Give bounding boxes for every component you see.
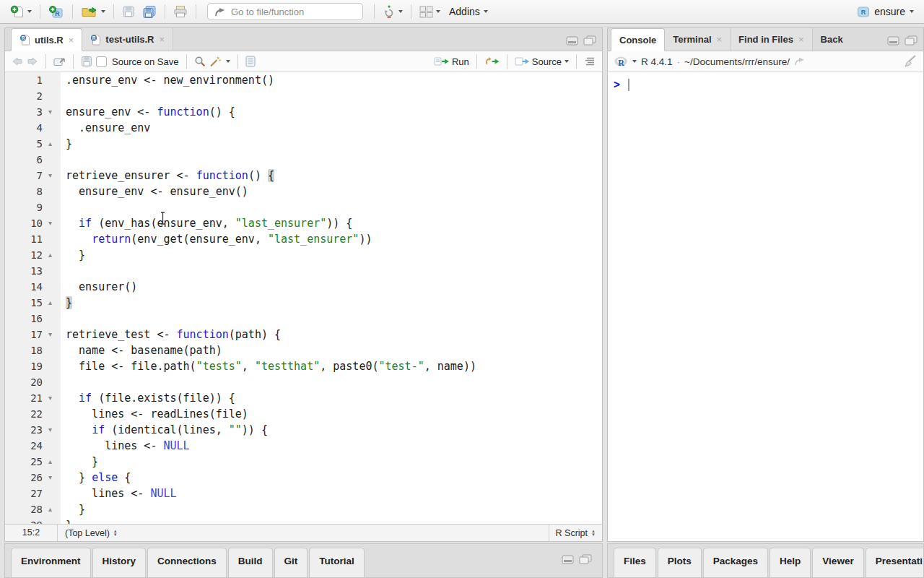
document-outline-icon[interactable] (584, 56, 596, 66)
code-line[interactable]: 11 return(env_get(ensure_env, "last_ensu… (5, 231, 602, 247)
r-logo-icon[interactable]: R (614, 56, 628, 68)
chevron-down-icon[interactable] (226, 60, 230, 63)
project-menu[interactable]: R ensure (854, 4, 917, 20)
console-output[interactable]: > (608, 72, 923, 98)
close-icon[interactable]: × (798, 34, 804, 45)
source-on-save-checkbox[interactable] (96, 56, 107, 67)
code-line[interactable]: 26▾ } else { (5, 470, 602, 486)
maximize-icon[interactable] (583, 35, 596, 46)
save-all-button[interactable] (139, 4, 160, 20)
fold-open-icon[interactable]: ▾ (46, 422, 61, 438)
code-line[interactable]: 10▾ if (env_has(ensure_env, "last_ensure… (5, 215, 602, 231)
tab-Help[interactable]: Help (770, 548, 811, 578)
pane-layout-button[interactable] (417, 4, 443, 20)
code-line[interactable]: 27 lines <- NULL (5, 486, 602, 501)
code-line[interactable]: 15▴} (5, 295, 602, 311)
new-project-button[interactable]: R (45, 4, 67, 20)
tab-Connections[interactable]: Connections (147, 548, 227, 578)
code-line[interactable]: 22 lines <- readLines(file) (5, 406, 602, 422)
addins-menu[interactable]: Addins (445, 4, 492, 19)
fold-open-icon[interactable]: ▾ (46, 215, 61, 231)
tab-utils.R[interactable]: Rutils.R× (11, 28, 82, 51)
code-line[interactable]: 3▾ensure_env <- function() { (5, 104, 602, 120)
code-line[interactable]: 7▾retrieve_ensurer <- function() { (5, 168, 602, 184)
code-line[interactable]: 18 name <- basename(path) (5, 342, 602, 358)
code-line[interactable]: 12▴ } (5, 247, 602, 263)
code-line[interactable]: 17▾retrieve_test <- function(path) { (5, 327, 602, 342)
save-button[interactable] (119, 4, 138, 20)
code-line[interactable]: 9 (5, 199, 602, 215)
open-file-button[interactable] (78, 4, 108, 20)
working-directory[interactable]: ~/Documents/rrr/ensure/ (684, 56, 790, 67)
rerun-button[interactable] (484, 56, 500, 66)
clear-console-broom-icon[interactable] (903, 55, 918, 68)
jump-to-directory-icon[interactable] (794, 57, 806, 66)
tab-Files[interactable]: Files (614, 548, 656, 578)
minimize-icon[interactable] (566, 36, 578, 46)
code-line[interactable]: 19 file <- file.path("tests", "testthat"… (5, 358, 602, 374)
tab-Environment[interactable]: Environment (11, 548, 91, 578)
new-file-button[interactable] (7, 4, 35, 20)
minimize-icon[interactable] (562, 555, 574, 564)
code-line[interactable]: 8 ensure_env <- ensure_env() (5, 184, 602, 199)
code-line[interactable]: 16 (5, 311, 602, 327)
tab-Build[interactable]: Build (228, 548, 273, 578)
tab-Tutorial[interactable]: Tutorial (309, 548, 365, 578)
close-icon[interactable]: × (160, 34, 165, 45)
back-icon[interactable] (12, 56, 23, 66)
fold-close-icon[interactable]: ▴ (46, 295, 61, 311)
tab-Back[interactable]: Back (813, 28, 851, 51)
tab-test-utils.R[interactable]: Rtest-utils.R× (82, 28, 173, 51)
code-line[interactable]: 23▾ if (identical(lines, "")) { (5, 422, 602, 438)
tab-Find in Files[interactable]: Find in Files× (731, 28, 812, 51)
run-button[interactable]: Run (434, 56, 469, 67)
fold-open-icon[interactable]: ▾ (46, 327, 61, 342)
file-type-selector[interactable]: R Script ▲▼ (549, 525, 602, 541)
fold-close-icon[interactable]: ▴ (46, 501, 61, 517)
code-tools-wand-icon[interactable] (209, 56, 222, 67)
code-line[interactable]: 1.ensure_env <- new_environment() (5, 72, 602, 88)
tab-Plots[interactable]: Plots (658, 548, 702, 578)
maximize-icon[interactable] (905, 35, 918, 46)
scope-selector[interactable]: (Top Level) ▲▼ (58, 528, 549, 538)
open-in-window-icon[interactable] (53, 56, 66, 66)
fold-open-icon[interactable]: ▾ (46, 390, 61, 406)
code-line[interactable]: 24 lines <- NULL (5, 438, 602, 454)
code-line[interactable]: 14 ensurer() (5, 279, 602, 295)
code-editor[interactable]: 1.ensure_env <- new_environment()23▾ensu… (5, 72, 602, 525)
search-icon[interactable] (194, 56, 206, 67)
code-line[interactable]: 28▴ } (5, 501, 602, 517)
tab-Git[interactable]: Git (274, 548, 308, 578)
code-line[interactable]: 2 (5, 88, 602, 104)
code-line[interactable]: 6 (5, 152, 602, 168)
tab-Terminal[interactable]: Terminal× (665, 28, 731, 51)
tab-Presentati[interactable]: Presentati (866, 548, 924, 578)
version-control-button[interactable] (380, 3, 406, 20)
tab-Packages[interactable]: Packages (703, 548, 768, 578)
code-line[interactable]: 20 (5, 374, 602, 390)
minimize-icon[interactable] (887, 36, 899, 46)
fold-close-icon[interactable]: ▴ (46, 454, 61, 470)
code-line[interactable]: 4 .ensure_env (5, 120, 602, 136)
tab-Viewer[interactable]: Viewer (812, 548, 863, 578)
source-button[interactable]: Source (515, 56, 569, 67)
code-line[interactable]: 5▴} (5, 136, 602, 152)
close-icon[interactable]: × (717, 34, 723, 45)
fold-close-icon[interactable]: ▴ (46, 247, 61, 263)
goto-file-input[interactable]: Go to file/function (207, 3, 363, 20)
tab-History[interactable]: History (92, 548, 147, 578)
code-line[interactable]: 13 (5, 263, 602, 279)
fold-open-icon[interactable]: ▾ (46, 168, 61, 184)
close-icon[interactable]: × (69, 35, 74, 46)
save-icon[interactable] (81, 56, 92, 67)
compile-report-icon[interactable] (245, 56, 256, 67)
code-line[interactable]: 25▴ } (5, 454, 602, 470)
fold-open-icon[interactable]: ▾ (46, 104, 61, 120)
fold-open-icon[interactable]: ▾ (46, 470, 61, 486)
maximize-icon[interactable] (579, 554, 592, 564)
tab-Console[interactable]: Console (611, 28, 665, 51)
chevron-down-icon[interactable] (632, 60, 637, 63)
print-button[interactable] (170, 4, 191, 20)
forward-icon[interactable] (27, 56, 38, 66)
code-line[interactable]: 21▾ if (file.exists(file)) { (5, 390, 602, 406)
